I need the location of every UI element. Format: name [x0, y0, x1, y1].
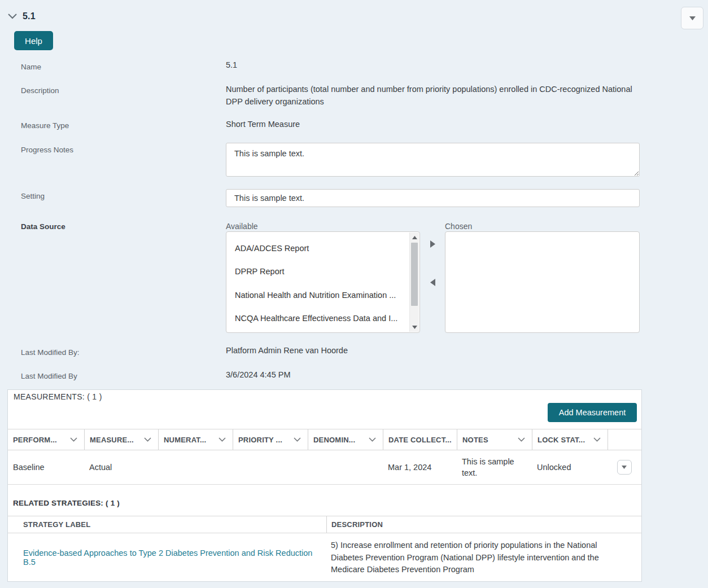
cell-lock-status: Unlocked	[532, 450, 608, 484]
cell-strategy-description: 5) Increase enrollment and retention of …	[326, 533, 641, 581]
chevron-down-icon[interactable]	[294, 437, 301, 442]
scroll-up-button[interactable]	[410, 232, 419, 242]
scrollbar-thumb[interactable]	[411, 243, 418, 306]
name-value: 5.1	[226, 59, 237, 71]
cell-numerator	[158, 450, 233, 484]
help-button[interactable]: Help	[14, 31, 53, 50]
column-header-label: LOCK STAT...	[537, 436, 585, 444]
column-header-date-collected[interactable]: DATE COLLECT...	[383, 429, 457, 450]
column-header-denominator[interactable]: DENOMIN...	[308, 429, 383, 450]
vertical-scrollbar[interactable]	[409, 232, 419, 332]
column-header-label: DENOMIN...	[313, 436, 355, 444]
column-header-label: DATE COLLECT...	[388, 436, 452, 444]
move-to-chosen-button[interactable]	[428, 239, 437, 249]
cell-denominator	[308, 450, 383, 484]
column-header-label: NOTES	[462, 436, 488, 444]
chevron-down-icon[interactable]	[144, 437, 151, 442]
chosen-listbox[interactable]	[445, 231, 640, 333]
last-modified-by-value: Platform Admin Rene van Hoorde	[226, 344, 348, 357]
column-header-actions	[608, 429, 641, 450]
description-value: Number of participants (total number and…	[226, 83, 640, 108]
measure-type-value: Short Term Measure	[226, 118, 300, 130]
chevron-down-icon[interactable]	[593, 437, 601, 442]
cell-performance: Baseline	[8, 450, 84, 484]
column-header-label: MEASURE...	[90, 436, 134, 444]
scroll-down-button[interactable]	[410, 322, 419, 332]
column-header-lock-status[interactable]: LOCK STAT...	[532, 429, 608, 450]
column-header-performance[interactable]: PERFORM...	[8, 429, 84, 450]
chosen-label: Chosen	[445, 222, 472, 231]
column-header-label: NUMERAT...	[164, 436, 206, 444]
last-modified-date-label: Last Modified By	[21, 372, 77, 380]
measurements-table-header: PERFORM... MEASURE... NUMERAT... PRIORIT…	[8, 429, 641, 450]
measurement-table-row: Baseline Actual Mar 1, 2024 This is samp…	[8, 450, 641, 485]
caret-right-icon	[430, 240, 435, 248]
cell-measure: Actual	[84, 450, 158, 484]
chevron-down-icon[interactable]	[369, 437, 376, 442]
add-measurement-button[interactable]: Add Measurement	[548, 403, 637, 422]
description-label: Description	[21, 86, 59, 95]
measure-type-label: Measure Type	[21, 121, 69, 130]
column-header-label: PRIORITY ...	[238, 436, 282, 444]
cell-actions	[608, 450, 641, 484]
available-label: Available	[226, 222, 258, 231]
strategy-link[interactable]: Evidence-based Approaches to Type 2 Diab…	[23, 548, 326, 567]
name-label: Name	[21, 63, 41, 71]
measurements-panel: MEASUREMENTS: ( 1 ) Add Measurement PERF…	[7, 389, 642, 582]
progress-notes-label: Progress Notes	[21, 146, 73, 154]
column-header-notes[interactable]: NOTES	[457, 429, 532, 450]
column-header-description: DESCRIPTION	[326, 516, 641, 533]
list-item[interactable]: National Health and Nutrition Examinatio…	[226, 283, 419, 307]
caret-up-icon	[412, 236, 417, 239]
available-listbox[interactable]: ADA/ADCES Report DPRP Report National He…	[226, 231, 420, 333]
chevron-down-icon[interactable]	[518, 437, 525, 442]
chevron-down-icon[interactable]	[70, 437, 77, 442]
list-item[interactable]: DPRP Report	[226, 260, 419, 284]
cell-priority	[233, 450, 308, 484]
column-header-label: PERFORM...	[13, 436, 57, 444]
cell-date-collected: Mar 1, 2024	[383, 450, 457, 484]
related-strategies-section-title: RELATED STRATEGIES: ( 1 )	[13, 499, 120, 507]
measurements-section-title: MEASUREMENTS: ( 1 )	[14, 392, 102, 401]
caret-left-icon	[430, 279, 435, 286]
move-to-available-button[interactable]	[428, 277, 437, 287]
column-header-priority[interactable]: PRIORITY ...	[233, 429, 308, 450]
chevron-down-icon[interactable]	[8, 14, 17, 19]
related-strategy-row: Evidence-based Approaches to Type 2 Diab…	[8, 533, 641, 581]
section-menu-button[interactable]	[681, 7, 703, 29]
progress-notes-textarea[interactable]: This is sample text.	[226, 143, 640, 177]
section-header: 5.1	[8, 11, 36, 21]
column-header-strategy-label: STRATEGY LABEL	[8, 516, 326, 533]
data-source-label: Data Source	[21, 222, 65, 231]
column-header-measure[interactable]: MEASURE...	[84, 429, 158, 450]
list-item[interactable]: NCQA Healthcare Effectiveness Data and I…	[226, 307, 419, 331]
cell-strategy-label: Evidence-based Approaches to Type 2 Diab…	[8, 533, 326, 581]
column-header-numerator[interactable]: NUMERAT...	[158, 429, 233, 450]
last-modified-by-label: Last Modified By:	[21, 348, 80, 357]
last-modified-date-value: 3/6/2024 4:45 PM	[226, 368, 290, 381]
row-menu-button[interactable]	[617, 460, 632, 475]
setting-label: Setting	[21, 192, 45, 200]
caret-down-icon	[622, 466, 627, 469]
related-strategies-table-header: STRATEGY LABEL DESCRIPTION	[8, 516, 641, 533]
chevron-down-icon[interactable]	[218, 437, 226, 442]
caret-down-icon	[689, 16, 696, 20]
setting-input[interactable]	[226, 189, 640, 207]
page-title: 5.1	[23, 11, 36, 21]
list-item[interactable]: ADA/ADCES Report	[226, 236, 419, 260]
cell-notes: This is sample text.	[457, 450, 532, 484]
caret-down-icon	[412, 326, 417, 329]
